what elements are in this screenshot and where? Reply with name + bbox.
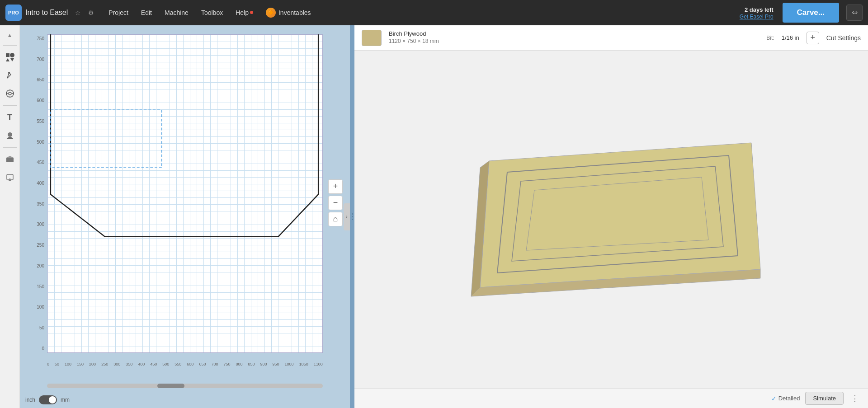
more-options-button[interactable]: ⋮: [849, 394, 861, 403]
detailed-toggle[interactable]: ✓ Detailed: [771, 395, 800, 402]
inch-label: inch: [25, 397, 35, 403]
help-notification-dot: [250, 11, 253, 14]
target-tool-button[interactable]: [2, 85, 18, 102]
canvas-drawing[interactable]: [47, 34, 323, 239]
svg-rect-0: [6, 53, 9, 57]
shapes-icon: [5, 52, 15, 62]
divider-handle: [352, 213, 353, 220]
svg-marker-3: [10, 58, 14, 61]
pen-icon: [5, 71, 14, 80]
days-left: 2 days left: [745, 6, 774, 13]
toolbar-separator-3: [3, 147, 17, 148]
help-menu[interactable]: Help: [230, 5, 259, 20]
image-icon: [5, 131, 14, 140]
svg-point-4: [8, 72, 10, 74]
collapse-toolbar-button[interactable]: ▲: [2, 29, 18, 42]
app-logo: PRO: [5, 5, 22, 21]
unit-toggle[interactable]: [39, 395, 57, 404]
x-axis: 0 50 100 150 200 250 300 350 400 450 500…: [47, 362, 323, 366]
scrollbar-thumb[interactable]: [157, 384, 184, 388]
design-canvas[interactable]: 750 700 650 600 550 500 450 400 350 300 …: [20, 25, 350, 380]
toolbox-menu[interactable]: Toolbox: [196, 5, 228, 20]
text-tool-button[interactable]: T: [2, 109, 18, 126]
target-icon: [5, 89, 14, 98]
horizontal-scrollbar[interactable]: [47, 384, 323, 388]
check-icon: ✓: [771, 395, 777, 402]
bit-value: 1/16 in: [782, 34, 799, 41]
get-pro-link[interactable]: Get Easel Pro: [740, 14, 774, 20]
text-icon: T: [7, 113, 12, 122]
3d-preview: [354, 51, 868, 388]
3d-board-svg: [444, 134, 778, 305]
image-tool-button[interactable]: [2, 127, 18, 144]
import-tool-button[interactable]: [2, 169, 18, 186]
block-icon: [5, 155, 14, 164]
right-panel: ‹ Birch Plywood 1120 × 750 × 18 mm Bit: …: [354, 25, 868, 408]
top-navigation: PRO Intro to Easel ☆ ⚙ Project Edit Mach…: [0, 0, 868, 25]
project-menu[interactable]: Project: [103, 5, 134, 20]
material-name: Birch Plywood: [389, 30, 439, 38]
expand-button[interactable]: ⇔: [846, 5, 863, 21]
mm-label: mm: [61, 397, 70, 403]
inventables-menu[interactable]: 🔶 Inventables: [260, 5, 316, 20]
zoom-controls: + − ⌂: [328, 179, 343, 226]
zoom-in-button[interactable]: +: [328, 179, 343, 194]
svg-rect-12: [6, 158, 14, 162]
bit-label: Bit:: [766, 35, 774, 41]
block-tool-button[interactable]: [2, 151, 18, 168]
svg-point-6: [9, 92, 11, 95]
cut-settings-button[interactable]: Cut Settings: [826, 34, 861, 42]
svg-rect-15: [51, 110, 162, 168]
collapse-right-panel[interactable]: ›: [344, 203, 350, 230]
preview-bottom-bar: ✓ Detailed Simulate ⋮: [354, 388, 868, 408]
zoom-out-button[interactable]: −: [328, 196, 343, 210]
svg-point-1: [10, 53, 14, 57]
y-axis: 750 700 650 600 550 500 450 400 350 300 …: [20, 34, 47, 353]
carve-button[interactable]: Carve...: [783, 3, 839, 23]
pro-badge: 2 days left Get Easel Pro: [740, 5, 774, 20]
unit-toggle-bar: inch mm: [20, 392, 350, 408]
material-dimensions: 1120 × 750 × 18 mm: [389, 38, 439, 45]
zoom-home-button[interactable]: ⌂: [328, 212, 343, 226]
import-icon: [5, 173, 14, 182]
left-toolbar: ▲: [0, 25, 20, 408]
inventables-icon: 🔶: [266, 8, 276, 18]
svg-point-11: [8, 132, 12, 137]
add-bit-button[interactable]: +: [807, 32, 819, 44]
toolbar-separator-1: [3, 45, 17, 46]
canvas-area: 750 700 650 600 550 500 450 400 350 300 …: [20, 25, 350, 408]
material-swatch[interactable]: [362, 30, 382, 46]
panel-divider[interactable]: [350, 25, 354, 408]
shapes-tool-button[interactable]: [2, 49, 18, 66]
star-icon[interactable]: ☆: [73, 8, 83, 17]
material-info: Birch Plywood 1120 × 750 × 18 mm: [389, 30, 439, 45]
settings-icon[interactable]: ⚙: [86, 8, 96, 17]
material-bar: Birch Plywood 1120 × 750 × 18 mm Bit: 1/…: [354, 25, 868, 51]
detailed-label: Detailed: [778, 395, 800, 402]
pen-tool-button[interactable]: [2, 67, 18, 84]
edit-menu[interactable]: Edit: [136, 5, 157, 20]
toolbar-separator-2: [3, 105, 17, 106]
simulate-button[interactable]: Simulate: [805, 392, 844, 405]
main-menu: Project Edit Machine Toolbox Help 🔶 Inve…: [103, 5, 316, 20]
svg-marker-13: [6, 156, 14, 158]
main-layout: ▲: [0, 25, 868, 408]
svg-marker-2: [6, 58, 9, 61]
machine-menu[interactable]: Machine: [159, 5, 194, 20]
svg-marker-16: [480, 143, 760, 287]
app-title: Intro to Easel: [25, 9, 68, 17]
toggle-knob: [49, 396, 56, 403]
